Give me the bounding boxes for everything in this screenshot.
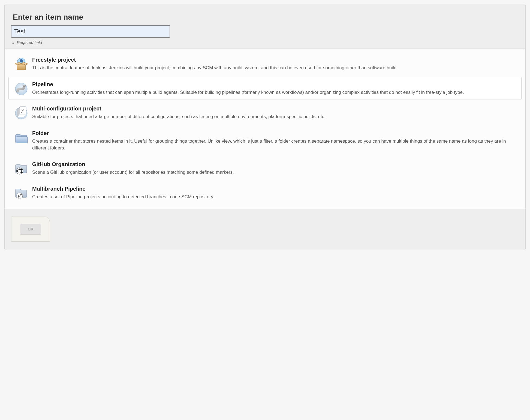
item-desc: This is the central feature of Jenkins. … <box>32 65 517 71</box>
svg-rect-4 <box>23 85 26 86</box>
new-item-page: Enter an item name » Required field <box>4 4 526 250</box>
pipeline-icon <box>13 81 30 95</box>
item-title: Multibranch Pipeline <box>32 186 517 192</box>
required-field-hint: » Required field <box>12 40 518 45</box>
item-title: Pipeline <box>32 81 517 88</box>
item-title: GitHub Organization <box>32 161 517 167</box>
svg-rect-5 <box>16 91 19 92</box>
page-title: Enter an item name <box>13 13 517 22</box>
footer-section: OK <box>5 209 525 250</box>
item-desc: Orchestrates long-running activities tha… <box>32 89 517 96</box>
item-title: Folder <box>32 130 517 136</box>
item-type-multibranch[interactable]: Multibranch Pipeline Creates a set of Pi… <box>8 181 522 205</box>
item-name-input[interactable] <box>11 25 170 37</box>
item-type-list: Freestyle project This is the central fe… <box>5 49 525 209</box>
multibranch-icon <box>13 186 30 200</box>
github-org-icon <box>13 161 30 175</box>
hint-marker: » <box>12 40 14 45</box>
hint-text: Required field <box>17 40 42 45</box>
item-title: Freestyle project <box>32 57 517 63</box>
item-type-pipeline[interactable]: Pipeline Orchestrates long-running activ… <box>8 77 522 100</box>
ok-card: OK <box>11 217 50 242</box>
item-desc: Scans a GitHub organization (or user acc… <box>32 169 517 176</box>
svg-point-12 <box>17 193 23 199</box>
item-title: Multi-configuration project <box>32 106 517 112</box>
multiconfig-icon <box>13 106 30 120</box>
item-type-github-org[interactable]: GitHub Organization Scans a GitHub organ… <box>8 157 522 180</box>
item-type-folder[interactable]: Folder Creates a container that stores n… <box>8 125 522 155</box>
folder-icon <box>13 130 30 144</box>
item-desc: Creates a container that stores nested i… <box>32 138 517 151</box>
header-section: Enter an item name » Required field <box>5 4 525 49</box>
item-type-multiconfig[interactable]: Multi-configuration project Suitable for… <box>8 101 522 124</box>
svg-rect-2 <box>17 65 26 70</box>
freestyle-project-icon <box>13 57 30 71</box>
item-desc: Suitable for projects that need a large … <box>32 113 517 120</box>
ok-button[interactable]: OK <box>20 224 41 235</box>
item-desc: Creates a set of Pipeline projects accor… <box>32 194 517 200</box>
item-type-freestyle[interactable]: Freestyle project This is the central fe… <box>8 52 522 76</box>
svg-point-1 <box>20 59 23 62</box>
